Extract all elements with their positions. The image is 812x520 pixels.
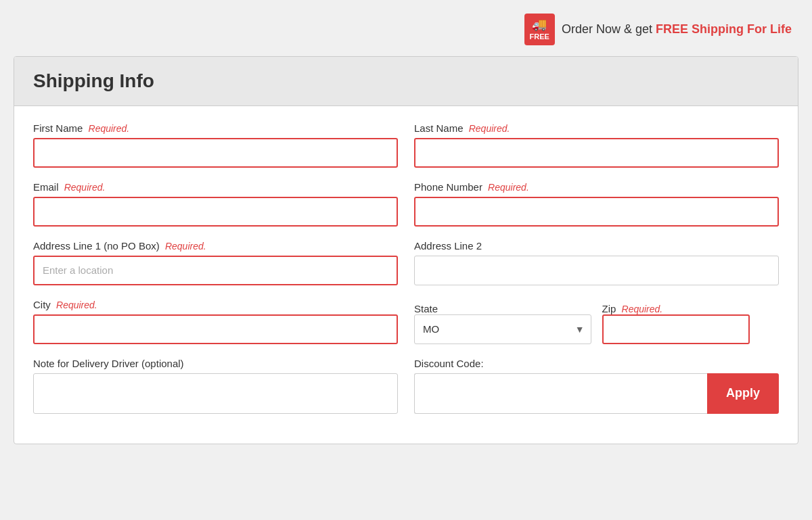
phone-input[interactable]: [414, 197, 779, 227]
zip-group: Zip Required.: [602, 303, 780, 344]
address2-group: Address Line 2: [414, 240, 779, 285]
zip-input[interactable]: [602, 314, 750, 344]
email-group: Email Required.: [33, 181, 398, 227]
address-row: Address Line 1 (no PO Box) Required. Add…: [33, 240, 779, 285]
city-label: City Required.: [33, 299, 398, 310]
shipping-card: Shipping Info First Name Required. Last …: [14, 56, 798, 444]
first-name-input[interactable]: [33, 138, 398, 168]
ampersand-text: & get: [624, 22, 656, 36]
address1-input[interactable]: [33, 256, 398, 285]
email-input[interactable]: [33, 197, 398, 227]
free-shipping-text: FREE Shipping For Life: [656, 22, 792, 36]
last-name-label: Last Name Required.: [414, 122, 779, 134]
last-name-input[interactable]: [414, 138, 779, 168]
address1-group: Address Line 1 (no PO Box) Required.: [33, 240, 398, 285]
zip-required: Required.: [622, 304, 663, 314]
first-name-label: First Name Required.: [33, 122, 398, 134]
city-state-zip-row: City Required. State MO AL AK AZ AR: [33, 299, 779, 344]
shipping-card-header: Shipping Info: [14, 57, 798, 106]
free-label: FREE: [530, 32, 549, 41]
note-label: Note for Delivery Driver (optional): [33, 358, 398, 369]
email-required: Required.: [64, 182, 106, 193]
contact-row: Email Required. Phone Number Required.: [33, 181, 779, 227]
last-name-required: Required.: [469, 123, 510, 134]
state-zip-container: State MO AL AK AZ AR CA CO CT DE FL: [414, 299, 779, 344]
first-name-group: First Name Required.: [33, 122, 398, 168]
phone-group: Phone Number Required.: [414, 181, 779, 227]
first-name-required: Required.: [89, 123, 130, 134]
note-discount-row: Note for Delivery Driver (optional) Disc…: [33, 358, 779, 414]
discount-wrapper: Apply: [414, 373, 779, 414]
state-select-wrapper: MO AL AK AZ AR CA CO CT DE FL GA HI: [414, 314, 591, 344]
address1-label: Address Line 1 (no PO Box) Required.: [33, 240, 398, 252]
city-required: Required.: [56, 300, 97, 310]
discount-label: Discount Code:: [414, 358, 779, 369]
last-name-group: Last Name Required.: [414, 122, 779, 168]
promo-text: Order Now & get FREE Shipping For Life: [562, 22, 792, 37]
zip-label: Zip Required.: [602, 303, 663, 314]
shipping-card-body: First Name Required. Last Name Required.…: [14, 106, 798, 444]
state-label: State: [414, 303, 438, 314]
address2-input[interactable]: [414, 256, 779, 285]
shipping-info-title: Shipping Info: [33, 70, 779, 92]
note-input[interactable]: [33, 373, 398, 414]
address2-label: Address Line 2: [414, 240, 779, 252]
phone-required: Required.: [488, 182, 529, 193]
city-group: City Required.: [33, 299, 398, 344]
phone-label: Phone Number Required.: [414, 181, 779, 193]
state-group: State MO AL AK AZ AR CA CO CT DE FL: [414, 303, 591, 344]
city-input[interactable]: [33, 314, 398, 344]
apply-button[interactable]: Apply: [707, 373, 779, 414]
order-now-text: Order Now: [562, 22, 621, 36]
name-row: First Name Required. Last Name Required.: [33, 122, 779, 168]
discount-group: Discount Code: Apply: [414, 358, 779, 414]
promo-banner: 🚚 FREE Order Now & get FREE Shipping For…: [14, 14, 798, 45]
discount-input[interactable]: [414, 373, 707, 414]
truck-icon: 🚚: [532, 18, 547, 32]
free-shipping-icon: 🚚 FREE: [524, 14, 555, 45]
state-select[interactable]: MO AL AK AZ AR CA CO CT DE FL GA HI: [414, 314, 591, 344]
address1-required: Required.: [165, 241, 206, 252]
email-label: Email Required.: [33, 181, 398, 193]
note-group: Note for Delivery Driver (optional): [33, 358, 398, 414]
